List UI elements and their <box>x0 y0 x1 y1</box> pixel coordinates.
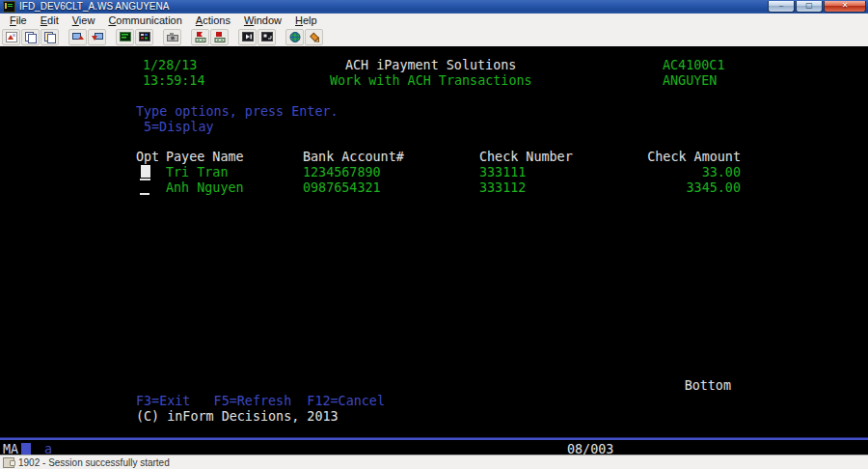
function-key-legend: F3=Exit F5=Refresh F12=Cancel <box>136 394 385 408</box>
table-row-check-number: 333111 <box>479 165 526 179</box>
list-position-indicator: Bottom <box>685 378 731 393</box>
menu-file[interactable]: File <box>3 14 34 27</box>
table-row-account: 0987654321 <box>303 180 381 195</box>
menu-view[interactable]: View <box>66 14 102 27</box>
menu-help[interactable]: Help <box>288 14 324 27</box>
table-row-check-amount: 33.00 <box>702 165 741 179</box>
connect-globe-icon[interactable] <box>285 29 304 45</box>
menu-actions[interactable]: Actions <box>189 14 237 27</box>
opt-input-row-1[interactable] <box>140 179 150 180</box>
window-title: IFD_DEV6CLT_A.WS ANGUYENA <box>19 0 169 14</box>
session-app-icon <box>3 1 15 13</box>
menu-edit[interactable]: Edit <box>34 14 66 27</box>
screen-time: 13:59:14 <box>143 73 205 88</box>
screen-date: 1/28/13 <box>143 58 197 72</box>
stop-macro-icon[interactable] <box>210 29 229 45</box>
edit-pencil-icon[interactable] <box>305 29 323 45</box>
maximize-button[interactable]: ▢ <box>796 1 823 13</box>
keyboard-map-icon[interactable] <box>258 29 276 45</box>
print-screen-icon[interactable] <box>163 29 181 45</box>
oia-separator <box>0 437 868 440</box>
text-cursor <box>141 165 150 178</box>
status-message: 1902 - Session successfully started <box>18 457 170 468</box>
options-prompt: Type options, press Enter. <box>136 104 339 119</box>
table-row-account: 1234567890 <box>303 165 381 179</box>
send-file-icon[interactable] <box>68 29 87 45</box>
play-macro-icon[interactable] <box>238 29 257 45</box>
table-row-check-amount: 3345.00 <box>687 180 741 195</box>
col-header-check-amount: Check Amount <box>647 150 741 164</box>
color-map-icon[interactable] <box>135 29 153 45</box>
menu-communication[interactable]: Communication <box>101 14 188 27</box>
close-button[interactable]: ✕ <box>824 1 866 13</box>
menu-window[interactable]: Window <box>237 14 288 27</box>
screen-title: ACH iPayment Solutions <box>345 58 516 72</box>
emulator-window: IFD_DEV6CLT_A.WS ANGUYENA – ▢ ✕ File Edi… <box>0 0 868 469</box>
copy-icon[interactable] <box>21 29 40 45</box>
col-header-check-number: Check Number <box>479 150 573 164</box>
oia-input-inhibit-block <box>21 443 31 455</box>
col-header-payee: Payee Name <box>166 150 244 164</box>
table-row-payee: Anh Nguyen <box>166 180 244 195</box>
user-id: ANGUYEN <box>663 73 717 88</box>
col-header-account: Bank Account# <box>303 150 404 164</box>
window-controls: – ▢ ✕ <box>767 1 866 14</box>
options-legend: 5=Display <box>144 120 214 134</box>
terminal-screen: 1/28/13 ACH iPayment Solutions AC4100C1 … <box>0 46 868 455</box>
titlebar: IFD_DEV6CLT_A.WS ANGUYENA – ▢ ✕ <box>0 0 868 14</box>
table-row-payee: Tri Tran <box>166 165 229 179</box>
menu-bar: File Edit View Communication Actions Win… <box>0 14 868 27</box>
paste-icon[interactable] <box>2 29 20 45</box>
record-macro-icon[interactable] <box>191 29 209 45</box>
display-setup-icon[interactable] <box>116 29 134 45</box>
opt-input-row-2[interactable] <box>140 193 149 195</box>
status-bar: 1902 - Session successfully started <box>0 455 868 469</box>
col-header-opt: Opt <box>136 150 159 164</box>
program-id: AC4100C1 <box>663 58 725 72</box>
screen-subtitle: Work with ACH Transactions <box>330 73 532 88</box>
session-status-icon <box>3 457 14 468</box>
receive-file-icon[interactable] <box>88 29 106 45</box>
copy-append-icon[interactable] <box>41 29 59 45</box>
table-row-check-number: 333112 <box>479 180 526 195</box>
minimize-button[interactable]: – <box>768 1 795 13</box>
copyright-line: (C) inForm Decisions, 2013 <box>136 409 339 424</box>
toolbar <box>0 27 868 46</box>
